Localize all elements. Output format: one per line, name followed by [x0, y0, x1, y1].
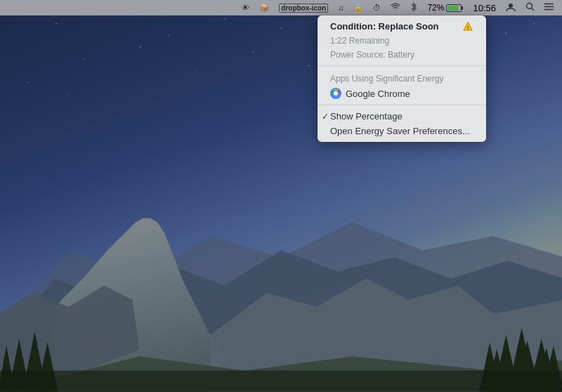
mountain-scene	[0, 137, 562, 392]
battery-dropdown-menu: Condition: Replace Soon ! 1:22 Remaining…	[318, 15, 486, 142]
lock-icon-item[interactable]: 🔒	[351, 0, 366, 15]
svg-line-20	[532, 8, 535, 11]
battery-condition-section: Condition: Replace Soon ! 1:22 Remaining…	[318, 15, 486, 65]
energy-label-text: Apps Using Significant Energy	[330, 74, 443, 84]
dropbox-icon: 📦	[259, 4, 269, 13]
clock-time: 10:56	[473, 3, 496, 13]
chrome-app-item[interactable]: Google Chrome	[318, 86, 486, 101]
options-section: Show Percentage Open Energy Saver Prefer…	[318, 105, 486, 142]
eyeball-icon: 👁	[242, 4, 249, 12]
clock-icon-item[interactable]: ⏱	[370, 0, 384, 15]
energy-section-label: Apps Using Significant Energy	[318, 70, 486, 86]
menubar: 👁 📦 dropbox-icon ♫ 🔒 ⏱	[0, 0, 562, 15]
chrome-app-name: Google Chrome	[346, 89, 410, 99]
svg-text:!: !	[467, 25, 469, 31]
chrome-icon	[330, 88, 341, 99]
time-item[interactable]: 10:56	[470, 0, 499, 15]
svg-rect-17	[0, 371, 562, 392]
menubar-items: 👁 📦 dropbox-icon ♫ 🔒 ⏱	[239, 0, 556, 15]
user-icon	[506, 2, 516, 14]
svg-point-19	[527, 4, 532, 9]
bluetooth-icon	[410, 2, 417, 13]
svg-point-29	[334, 91, 338, 96]
show-percentage-label: Show Percentage	[330, 111, 403, 122]
time-remaining-text: 1:22 Remaining	[330, 36, 389, 46]
number-icon: dropbox-icon	[279, 4, 328, 13]
user-icon-item[interactable]	[503, 0, 518, 15]
music-icon: ♫	[338, 4, 344, 12]
list-icon-item[interactable]	[542, 0, 556, 15]
bluetooth-icon-item[interactable]	[407, 0, 420, 15]
power-source-item: Power Source: Battery	[318, 48, 486, 62]
energy-apps-section: Apps Using Significant Energy	[318, 65, 486, 105]
warning-icon: !	[462, 22, 473, 32]
battery-percentage-text: 72%	[427, 3, 444, 13]
battery-percentage-item[interactable]: 72%	[424, 0, 466, 15]
battery-icon	[446, 4, 463, 12]
condition-item: Condition: Replace Soon !	[318, 19, 486, 34]
svg-point-18	[509, 4, 513, 8]
lock-icon: 🔒	[353, 4, 363, 13]
clock-icon: ⏱	[373, 4, 381, 12]
time-remaining-item: 1:22 Remaining	[318, 34, 486, 48]
search-icon-item[interactable]	[523, 0, 537, 15]
dropbox-icon-item[interactable]: 📦	[256, 0, 272, 15]
eyeball-icon-item[interactable]: 👁	[239, 0, 252, 15]
wifi-icon	[391, 3, 400, 13]
open-prefs-label: Open Energy Saver Preferences...	[330, 126, 470, 136]
search-icon	[525, 2, 535, 13]
list-icon	[544, 3, 554, 13]
power-source-text: Power Source: Battery	[330, 50, 414, 60]
show-percentage-item[interactable]: Show Percentage	[318, 109, 486, 124]
music-icon-item[interactable]: ♫	[335, 0, 346, 15]
ten-icon-item[interactable]: dropbox-icon	[276, 0, 331, 15]
open-prefs-item[interactable]: Open Energy Saver Preferences...	[318, 124, 486, 138]
desktop: 👁 📦 dropbox-icon ♫ 🔒 ⏱	[0, 0, 562, 392]
wifi-icon-item[interactable]	[388, 0, 403, 15]
condition-label: Condition: Replace Soon	[330, 21, 439, 32]
